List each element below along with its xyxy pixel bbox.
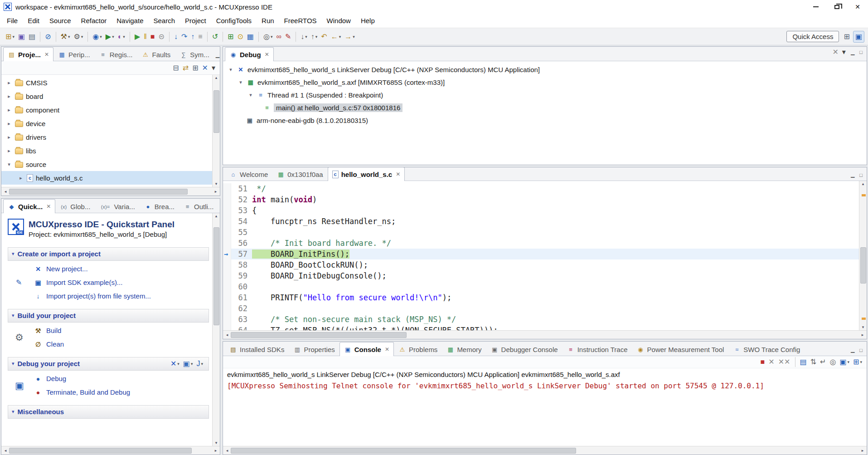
scrollbar-thumb[interactable] bbox=[9, 189, 188, 195]
breakpoint-ruler[interactable] bbox=[223, 325, 231, 330]
tab-outline[interactable]: ≡ Outli... bbox=[179, 200, 218, 213]
mark-occurrences-icon[interactable]: ✎ bbox=[283, 31, 293, 43]
minimize-view-icon[interactable]: ▁ bbox=[849, 172, 856, 178]
close-icon[interactable]: ✕ bbox=[396, 171, 400, 177]
new-project-link-row[interactable]: ✕ New project... bbox=[8, 262, 209, 276]
editor-horizontal-scrollbar[interactable]: ◂ ▸ bbox=[223, 330, 867, 339]
close-icon[interactable]: ✕ bbox=[46, 203, 51, 210]
focus-on-project-icon[interactable]: ✕ bbox=[200, 62, 210, 74]
tab-memory-address[interactable]: ▦ 0x1301f0aa bbox=[272, 168, 327, 181]
print-icon[interactable]: ▤ bbox=[27, 31, 37, 43]
build-settings-icon[interactable]: ⚙▾ bbox=[72, 31, 85, 43]
scroll-down-icon[interactable]: ▾ bbox=[213, 441, 220, 445]
tree-item-drivers[interactable]: ▸ drivers bbox=[1, 130, 220, 144]
save-icon[interactable]: ▣ bbox=[16, 31, 27, 43]
debug-perspective-icon[interactable]: ▣ bbox=[853, 31, 864, 43]
suspend-icon[interactable]: ‖ bbox=[142, 31, 149, 43]
expand-icon[interactable]: ▸ bbox=[6, 121, 12, 127]
view-menu-icon[interactable]: ▾ bbox=[210, 62, 217, 74]
tree-item-hello-world-s-c[interactable]: ▸ c hello_world_s.c bbox=[1, 171, 220, 185]
breakpoint-ruler[interactable] bbox=[223, 281, 231, 292]
back-icon[interactable]: ←▾ bbox=[329, 31, 343, 43]
expand-selected-icon[interactable]: ⊞ bbox=[190, 62, 200, 74]
collapse-icon[interactable]: ▾ bbox=[12, 361, 15, 367]
console-horizontal-scrollbar[interactable]: ◂ ▸ bbox=[223, 446, 867, 455]
menu-search[interactable]: Search bbox=[148, 14, 180, 28]
breakpoint-ruler[interactable] bbox=[223, 303, 231, 314]
tree-item-source[interactable]: ▾ source bbox=[1, 157, 220, 171]
scroll-right-icon[interactable]: ▸ bbox=[859, 449, 866, 453]
tree-item-component[interactable]: ▸ component bbox=[1, 103, 220, 117]
code-line-60[interactable]: 60 bbox=[223, 281, 867, 292]
clocks-tool-icon[interactable]: ⊙ bbox=[235, 31, 245, 43]
step-over-icon[interactable]: ↷ bbox=[179, 31, 189, 43]
tab-hello-world-s-c[interactable]: c hello_world_s.c ✕ bbox=[328, 167, 405, 181]
scrollbar-thumb[interactable] bbox=[231, 332, 407, 338]
tree-item-libs[interactable]: ▸ libs bbox=[1, 144, 220, 157]
profile-icon[interactable]: ◐▾ bbox=[116, 31, 127, 43]
debug-stack-frame-row[interactable]: ≡ main() at hello_world_s.c:57 0x1800181… bbox=[223, 101, 867, 114]
scroll-down-icon[interactable]: ▾ bbox=[859, 325, 867, 329]
menu-configtools[interactable]: ConfigTools bbox=[211, 14, 257, 28]
code-line-64[interactable]: 64 TZ_set_MSP_NS(*((uint32_t *)(NON_SECU… bbox=[223, 325, 867, 330]
import-filesystem-link[interactable]: Import project(s) from file system... bbox=[46, 292, 151, 300]
terminate-icon[interactable]: ■ bbox=[149, 31, 157, 43]
close-icon[interactable]: ✕ bbox=[385, 346, 389, 352]
tab-breakpoints[interactable]: ● Brea... bbox=[140, 200, 179, 213]
section-miscellaneous[interactable]: ▾ Miscellaneous bbox=[8, 405, 209, 419]
breakpoint-ruler[interactable] bbox=[223, 259, 231, 270]
terminate-build-debug-link-row[interactable]: ● Terminate, Build and Debug bbox=[8, 386, 209, 399]
open-console-icon[interactable]: ⊞▾ bbox=[851, 356, 864, 368]
scroll-right-icon[interactable]: ▸ bbox=[212, 190, 219, 194]
scroll-up-icon[interactable]: ▴ bbox=[213, 76, 220, 80]
menu-help[interactable]: Help bbox=[356, 14, 380, 28]
breakpoint-ruler[interactable] bbox=[223, 216, 231, 227]
scrollbar-thumb[interactable] bbox=[213, 90, 219, 133]
scroll-up-icon[interactable]: ▴ bbox=[213, 214, 220, 218]
breakpoint-ruler[interactable] bbox=[223, 238, 231, 249]
resume-icon[interactable]: ▶ bbox=[133, 31, 142, 43]
link-with-editor-icon[interactable]: ⇄ bbox=[181, 62, 190, 74]
terminal-icon[interactable]: ◎▾ bbox=[262, 31, 275, 43]
build-icon[interactable]: ⚒▾ bbox=[59, 31, 72, 43]
menu-edit[interactable]: Edit bbox=[23, 14, 44, 28]
menu-source[interactable]: Source bbox=[44, 14, 76, 28]
code-line-55[interactable]: 55 bbox=[223, 227, 867, 238]
clean-link[interactable]: Clean bbox=[46, 340, 64, 348]
tab-registers[interactable]: ≡ Regis... bbox=[95, 48, 137, 61]
editor-vertical-scrollbar[interactable]: ▴ ▾ bbox=[859, 181, 867, 330]
tab-console[interactable]: ▣ Console ✕ bbox=[339, 342, 394, 356]
section-build[interactable]: ▾ Build your project bbox=[8, 309, 209, 323]
scroll-lock-icon[interactable]: ⇅ bbox=[809, 356, 818, 368]
breakpoint-ruler[interactable] bbox=[223, 194, 231, 205]
tab-problems[interactable]: ⚠ Problems bbox=[394, 343, 442, 356]
collapse-icon[interactable]: ▾ bbox=[12, 409, 15, 415]
quick-access-button[interactable]: Quick Access bbox=[786, 31, 839, 42]
scroll-left-icon[interactable]: ◂ bbox=[223, 333, 231, 337]
menu-run[interactable]: Run bbox=[257, 14, 279, 28]
breakpoint-ruler[interactable] bbox=[223, 292, 231, 303]
close-icon[interactable]: ✕ bbox=[265, 51, 269, 58]
debug-program-row[interactable]: ▾ ▦ evkmimxrt685_hello_world_s.axf [MIMX… bbox=[223, 76, 867, 88]
skip-all-breakpoints-icon[interactable]: ⊘ bbox=[43, 31, 53, 43]
debug-link[interactable]: Debug bbox=[46, 375, 66, 382]
link-icon[interactable]: ∞ bbox=[274, 31, 283, 43]
open-perspective-icon[interactable]: ⊞ bbox=[842, 31, 851, 43]
collapse-icon[interactable]: ▾ bbox=[12, 251, 15, 257]
next-annotation-icon[interactable]: ↓▾ bbox=[299, 31, 309, 43]
scrollbar-thumb[interactable] bbox=[9, 448, 192, 454]
tab-installed-sdks[interactable]: ▤ Installed SDKs bbox=[225, 343, 289, 356]
explorer-horizontal-scrollbar[interactable]: ◂ ▸ bbox=[1, 187, 220, 196]
pin-console-icon[interactable]: ◎ bbox=[828, 356, 838, 368]
display-selected-console-icon[interactable]: ▣▾ bbox=[838, 356, 851, 368]
remove-launch-icon[interactable]: ✕ bbox=[766, 356, 776, 368]
terminate-build-debug-link[interactable]: Terminate, Build and Debug bbox=[46, 388, 130, 396]
collapse-icon[interactable]: ▾ bbox=[238, 79, 244, 85]
debug-thread-row[interactable]: ▾ ≡ Thread #1 1 (Suspended : Breakpoint) bbox=[223, 88, 867, 101]
collapse-icon[interactable]: ▾ bbox=[247, 92, 254, 98]
step-into-icon[interactable]: ↓ bbox=[172, 31, 179, 43]
debug-launch-row[interactable]: ▾ ✕ evkmimxrt685_hello_world_s LinkServe… bbox=[223, 63, 867, 76]
tab-debug-view[interactable]: ◉ Debug ✕ bbox=[225, 47, 274, 61]
code-line-61[interactable]: 61 PRINTF("Hello from secure world!\r\n"… bbox=[223, 292, 867, 303]
debug-icon[interactable]: ◉▾ bbox=[91, 31, 104, 43]
